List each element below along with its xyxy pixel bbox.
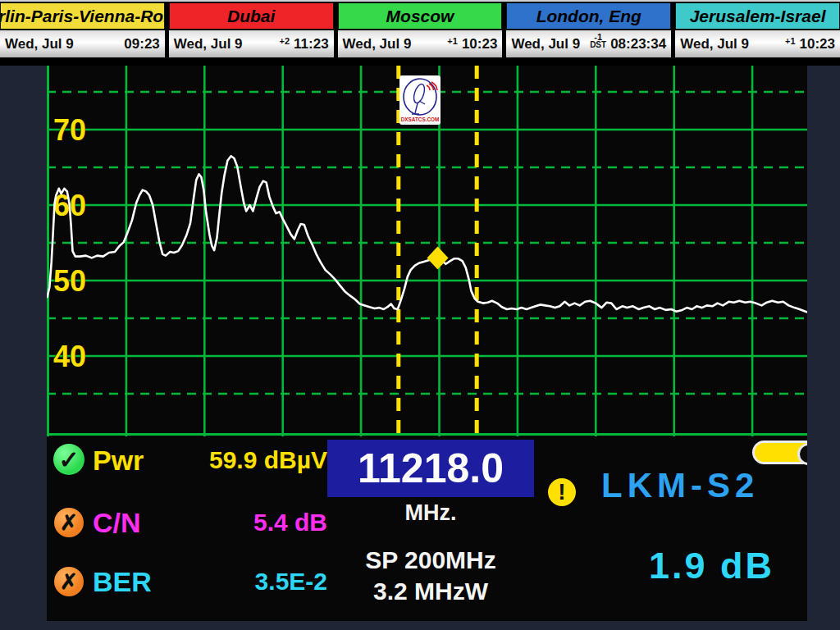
frequency-display[interactable]: 11218.0 <box>327 440 534 497</box>
warning-icon: ! <box>548 478 576 506</box>
modulation-standard: LKM-S2 <box>601 466 759 505</box>
y-axis-tick: 40 <box>53 340 86 373</box>
clock-panel-moscow: Moscow Wed, Jul 9 +1 10:23 <box>338 2 503 66</box>
toggle-knob[interactable] <box>797 443 807 465</box>
clock-panel-london: London, Eng Wed, Jul 9 -1 DST 08:23:34 <box>506 2 671 66</box>
link-margin-value: 1.9 dB <box>649 545 774 587</box>
pwr-value: 59.9 dBµV <box>153 446 327 474</box>
logo-text: DXSATCS.COM <box>401 116 440 122</box>
clock-time: 11:23 <box>294 36 329 52</box>
ber-value: 3.5E-2 <box>153 568 327 596</box>
city-name: London, Eng <box>506 2 671 30</box>
clock-date: Wed, Jul 9 <box>174 36 243 52</box>
ber-fail-icon: ✗ <box>54 567 84 596</box>
power-toggle[interactable] <box>752 441 807 464</box>
cn-value: 5.4 dB <box>153 509 327 536</box>
clock-panel-jerusalem: Jerusalem-Israel Wed, Jul 9 +1 10:23 <box>675 2 840 66</box>
city-name: Berlin-Paris-Vienna-Roma <box>0 2 165 30</box>
city-name: Jerusalem-Israel <box>675 2 840 30</box>
cn-label: C/N <box>93 507 141 539</box>
utc-offset: +1 <box>447 37 458 45</box>
y-axis-tick: 80 <box>53 66 86 71</box>
y-axis-tick: 70 <box>53 113 86 147</box>
pwr-label: Pwr <box>93 445 144 477</box>
clock-time: 10:23 <box>462 36 497 52</box>
clock-time: 10:23 <box>800 36 835 52</box>
clock-panel-dubai: Dubai Wed, Jul 9 +2 11:23 <box>169 2 334 66</box>
dxsatcs-logo: DXSATCS.COM <box>399 75 441 125</box>
satellite-dish-icon: DXSATCS.COM <box>399 75 441 125</box>
marker-diamond[interactable] <box>427 246 449 269</box>
utc-offset: +2 <box>280 37 290 45</box>
clock-date: Wed, Jul 9 <box>511 36 580 52</box>
clock-date: Wed, Jul 9 <box>343 36 412 52</box>
utc-offset: +1 <box>785 37 796 45</box>
ber-label: BER <box>93 566 152 598</box>
utc-offset: -1 DST <box>590 33 606 48</box>
frequency-unit: MHz. <box>327 500 534 526</box>
world-clock-bar: Berlin-Paris-Vienna-Roma Wed, Jul 9 09:2… <box>0 0 840 66</box>
span-label: SP 200MHz <box>327 546 534 574</box>
clock-date: Wed, Jul 9 <box>680 36 749 52</box>
clock-time: 08:23:34 <box>610 36 666 52</box>
analyzer-panel: 8070605040 DXSATCS.COM ✓ Pwr 59.9 dBµV 1… <box>47 66 807 621</box>
spectrum-plot: 8070605040 DXSATCS.COM <box>47 66 807 436</box>
cn-fail-icon: ✗ <box>54 508 84 537</box>
clock-date: Wed, Jul 9 <box>5 36 74 52</box>
clock-time: 09:23 <box>124 36 159 52</box>
bandwidth-label: 3.2 MHzW <box>327 578 534 605</box>
lock-ok-icon: ✓ <box>53 444 84 475</box>
city-name: Moscow <box>338 2 503 30</box>
y-axis-tick: 50 <box>53 264 86 298</box>
city-name: Dubai <box>169 2 334 30</box>
clock-panel-berlin: Berlin-Paris-Vienna-Roma Wed, Jul 9 09:2… <box>0 2 165 66</box>
